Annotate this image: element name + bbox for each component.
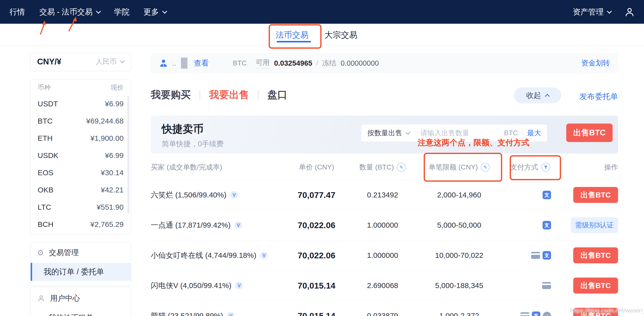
price-cell: 70,022.06 (285, 220, 348, 230)
market-col-coin: 币种 (38, 83, 50, 92)
verified-badge: V (235, 282, 243, 289)
market-row-usdt[interactable]: USDT¥6.99 (31, 95, 130, 112)
alipay-icon: 支 (532, 311, 540, 316)
fiat-code: CNY/¥ (37, 57, 61, 66)
market-row-okb[interactable]: OKB¥42.21 (31, 181, 130, 198)
available-label: 可用 (256, 58, 270, 69)
sidebar-item-my-orders[interactable]: 我的订单 / 委托单 (31, 263, 130, 281)
nav-item-academy[interactable]: 学院 (114, 7, 130, 17)
limit-cell: 5,000-188,345 (418, 281, 501, 290)
frozen-value: 0.00000000 (341, 59, 379, 67)
amount-cell: 2.690068 (348, 281, 418, 290)
trade-mgmt-header: ⚙ 交易管理 (31, 242, 130, 263)
payment-cell: 支 (501, 251, 560, 260)
need-level3-verify-button[interactable]: 需级别3认证 (571, 217, 618, 233)
offers-table: 买家 (成交单数/完成率) 单价 (CNY) 数量 (BTC) ✎ 单笔限额 (… (151, 155, 618, 316)
payment-cell: 支 (501, 221, 560, 229)
tab-divider (258, 90, 258, 100)
col-buyer: 买家 (成交单数/完成率) (151, 163, 285, 172)
market-row-eos[interactable]: EOS¥30.14 (31, 164, 130, 181)
masked-username: .. (172, 59, 176, 67)
publish-order-link[interactable]: 发布委托单 (580, 91, 618, 102)
market-scrollbar[interactable] (127, 96, 129, 213)
payment-filter-icon[interactable] (541, 163, 550, 172)
market-row-ltc[interactable]: LTC¥551.90 (31, 198, 130, 216)
nav-item-assets[interactable]: 资产管理 (573, 7, 611, 17)
market-row-usdk[interactable]: USDK¥6.99 (31, 147, 130, 164)
tab-i-want-sell[interactable]: 我要出售 (209, 88, 249, 102)
alipay-icon: 支 (542, 221, 551, 229)
balance-coin: BTC (233, 59, 247, 67)
market-col-price: 现价 (111, 83, 124, 92)
redacted-block (181, 58, 188, 69)
table-row: 闪电侠V (4,050/99.41%)V 70,015.14 2.690068 … (151, 271, 618, 301)
sell-btc-button[interactable]: 出售BTC (573, 187, 618, 203)
user-center-header: 用户中心 (31, 287, 130, 309)
chevron-down-icon (120, 58, 125, 63)
market-row-bch[interactable]: BCH¥2,765.29 (31, 216, 130, 233)
tab-orderbook[interactable]: 盘口 (268, 88, 287, 102)
view-link[interactable]: 查看 (194, 58, 209, 68)
edit-limit-filter-icon[interactable]: ✎ (481, 163, 490, 172)
market-price-card: 币种 现价 USDT¥6.99 BTC¥69,244.68 ETH¥1,900.… (30, 79, 131, 234)
col-payment: 支付方式 (501, 163, 560, 172)
quick-sell-subtitle: 简单快捷，0手续费 (162, 139, 224, 149)
quick-sell-controls: 按数量出售 BTC 最大 (362, 124, 547, 141)
quick-sell-title: 快捷卖币 (162, 122, 204, 136)
col-action: 操作 (560, 163, 618, 172)
sell-amount-input[interactable] (420, 129, 504, 137)
sell-btc-button[interactable]: 出售BTC (573, 247, 618, 263)
buyer-name: 闪电侠V (4,050/99.41%) (151, 280, 231, 291)
limit-cell: 1,000-2,372 (418, 311, 501, 316)
table-row: 熊猫 (23,521/99.89%)V 70,015.14 0.033879 1… (151, 301, 618, 316)
limit-cell: 10,000-70,022 (418, 251, 501, 260)
limit-cell: 5,000-50,000 (418, 221, 501, 229)
max-button[interactable]: 最大 (527, 128, 541, 138)
quick-sell-btc-button[interactable]: 出售BTC (566, 123, 612, 142)
unit-label: BTC (504, 129, 518, 137)
slash: / (316, 59, 318, 67)
chevron-up-icon (545, 94, 550, 99)
market-row-btc[interactable]: BTC¥69,244.68 (31, 112, 130, 129)
fiat-currency-selector[interactable]: CNY/¥ 人民币 (30, 52, 131, 71)
sell-mode-select[interactable]: 按数量出售 (367, 128, 402, 138)
price-cell: 70,022.06 (285, 251, 348, 260)
divider (522, 129, 523, 137)
available-value: 0.03254965 (274, 59, 312, 67)
market-row-eth[interactable]: ETH¥1,900.00 (31, 129, 130, 147)
tab-fiat-trading[interactable]: 法币交易 (276, 30, 308, 41)
verified-badge: V (227, 312, 234, 316)
trade-tabs: 我要购买 我要出售 盘口 (151, 88, 287, 102)
trade-mgmt-card: ⚙ 交易管理 我的订单 / 委托单 (30, 242, 131, 286)
user-avatar-icon[interactable] (624, 7, 635, 18)
bank-card-icon (520, 312, 529, 316)
page-tab-band: 法币交易 大宗交易 (0, 24, 644, 45)
fund-transfer-link[interactable]: 资金划转 (581, 58, 610, 68)
edit-amount-filter-icon[interactable]: ✎ (397, 163, 406, 172)
bank-card-icon (531, 252, 540, 259)
nav-item-trade-fiat[interactable]: 交易 - 法币交易 (40, 7, 100, 17)
payment-cell: 支 ✓ (501, 311, 560, 316)
nav-item-markets[interactable]: 行情 (10, 7, 25, 17)
table-header-row: 买家 (成交单数/完成率) 单价 (CNY) 数量 (BTC) ✎ 单笔限额 (… (151, 155, 618, 180)
verified-badge: V (234, 221, 242, 229)
alipay-icon: 支 (542, 191, 551, 199)
divider (415, 129, 415, 137)
payment-cell: 支 (501, 191, 560, 199)
tab-divider (200, 90, 200, 100)
collapse-button[interactable]: 收起 (514, 87, 561, 103)
chevron-down-icon (607, 9, 612, 14)
tab-i-want-buy[interactable]: 我要购买 (151, 88, 191, 102)
nav-item-more[interactable]: 更多 (144, 7, 166, 17)
amount-cell: 1.000000 (348, 251, 418, 260)
chevron-down-icon (162, 9, 167, 14)
sidebar-item-fiat-bills[interactable]: 我的法币账单 (31, 313, 130, 316)
top-nav: 行情 交易 - 法币交易 学院 更多 资产管理 (0, 0, 644, 24)
active-tab-underline (277, 41, 311, 42)
sell-btc-button[interactable]: 出售BTC (573, 308, 618, 316)
sell-btc-button[interactable]: 出售BTC (573, 277, 618, 293)
buyer-name: 六笑烂 (1,506/99.40%) (151, 190, 226, 200)
tab-block-trading[interactable]: 大宗交易 (324, 30, 358, 41)
check-pay-icon: ✓ (543, 312, 551, 316)
table-row: 小仙女叮咚在线 (4,744/99.18%)V 70,022.06 1.0000… (151, 240, 618, 271)
